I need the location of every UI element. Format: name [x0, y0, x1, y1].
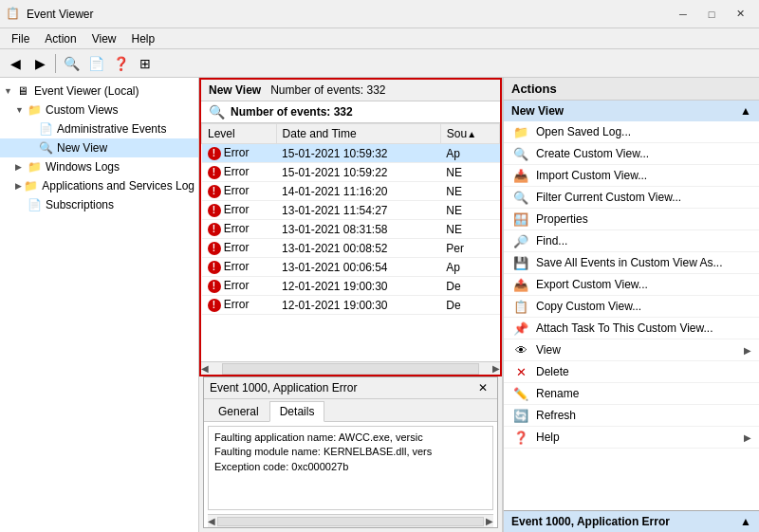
action-find[interactable]: 🔎 Find...	[504, 230, 759, 252]
as-label: Applications and Services Log	[42, 179, 194, 193]
tree-app-services[interactable]: ▶ 📁 Applications and Services Log	[0, 176, 198, 195]
action-export-cv[interactable]: 📤 Export Custom View...	[504, 274, 759, 296]
bottom-scrollbar[interactable]: ◀ ▶	[201, 361, 500, 375]
create-cv-icon: 🔍	[511, 146, 530, 161]
table-row[interactable]: ! Error 15-01-2021 10:59:22 NE	[202, 163, 500, 182]
save-all-label: Save All Events in Custom View As...	[536, 256, 723, 269]
cv-expander: ▼	[15, 105, 27, 115]
col-level[interactable]: Level	[202, 124, 277, 144]
toolbar-search[interactable]: 🔍	[60, 52, 83, 75]
cell-datetime: 15-01-2021 10:59:22	[276, 163, 440, 182]
table-row[interactable]: ! Error 13-01-2021 08:31:58 NE	[202, 220, 500, 239]
table-row[interactable]: ! Error 13-01-2021 00:08:52 Per	[202, 239, 500, 258]
action-copy-cv[interactable]: 📋 Copy Custom View...	[504, 296, 759, 318]
tab-general[interactable]: General	[208, 401, 269, 422]
action-refresh[interactable]: 🔄 Refresh	[504, 405, 759, 427]
menu-action[interactable]: Action	[37, 30, 83, 47]
col-datetime[interactable]: Date and Time	[276, 124, 440, 144]
minimize-button[interactable]: ─	[670, 5, 696, 24]
error-icon: !	[208, 299, 221, 312]
cell-level: ! Error	[202, 277, 277, 296]
nv-icon: 🔍	[38, 140, 53, 156]
actions-section-label: New View	[511, 104, 564, 118]
dialog-tabs: General Details	[204, 399, 497, 422]
action-create-custom-view[interactable]: 🔍 Create Custom View...	[504, 143, 759, 165]
dialog-content[interactable]: Faulting application name: AWCC.exe, ver…	[208, 426, 493, 510]
action-properties[interactable]: 🪟 Properties	[504, 209, 759, 230]
dialog-line-2: Faulting module name: KERNELBASE.dll, ve…	[214, 445, 487, 459]
cell-source: De	[440, 296, 499, 315]
tree-root[interactable]: ▼ 🖥 Event Viewer (Local)	[0, 82, 198, 101]
dlg-scroll-left[interactable]: ◀	[208, 516, 215, 526]
cell-level: ! Error	[202, 182, 277, 201]
dlg-track[interactable]	[217, 517, 484, 526]
action-filter-current[interactable]: 🔍 Filter Current Custom View...	[504, 187, 759, 209]
table-row[interactable]: ! Error 12-01-2021 19:00:30 De	[202, 296, 500, 315]
tab-details[interactable]: Details	[269, 401, 325, 422]
error-icon: !	[208, 261, 221, 274]
refresh-label: Refresh	[536, 409, 576, 422]
toolbar-open[interactable]: 📄	[84, 52, 107, 75]
table-row[interactable]: ! Error 13-01-2021 11:54:27 NE	[202, 201, 500, 220]
action-delete[interactable]: ✕ Delete	[504, 361, 759, 383]
cell-source: NE	[440, 220, 499, 239]
tree-admin-events[interactable]: 📄 Administrative Events	[0, 119, 198, 138]
action-attach-task[interactable]: 📌 Attach Task To This Custom View...	[504, 318, 759, 339]
action-import-custom-view[interactable]: 📥 Import Custom View...	[504, 165, 759, 187]
export-cv-label: Export Custom View...	[536, 278, 648, 291]
scroll-left[interactable]: ◀	[201, 363, 209, 374]
table-row[interactable]: ! Error 13-01-2021 00:06:54 Ap	[202, 258, 500, 277]
save-all-icon: 💾	[511, 255, 530, 270]
dlg-scroll-right[interactable]: ▶	[486, 516, 493, 526]
action-save-all[interactable]: 💾 Save All Events in Custom View As...	[504, 252, 759, 274]
tree-new-view[interactable]: 🔍 New View	[0, 138, 198, 157]
as-icon: 📁	[24, 178, 38, 193]
view-icon: 👁	[511, 342, 530, 358]
menu-view[interactable]: View	[84, 30, 124, 47]
tree-subscriptions[interactable]: 📄 Subscriptions	[0, 195, 198, 214]
maximize-button[interactable]: □	[698, 5, 725, 24]
toolbar-grid[interactable]: ⊞	[134, 52, 157, 75]
dialog-scroll[interactable]: ◀ ▶	[208, 514, 493, 527]
cell-datetime: 12-01-2021 19:00:30	[276, 277, 440, 296]
dialog-close[interactable]: ✕	[474, 380, 491, 395]
error-icon: !	[208, 185, 221, 198]
rename-label: Rename	[536, 387, 579, 400]
action-help[interactable]: ❓ Help ▶	[504, 427, 759, 449]
events-panel: New View Number of events: 332 🔍 Number …	[199, 78, 502, 376]
actions-list: New View ▲ 📁 Open Saved Log... 🔍 Create …	[504, 101, 759, 510]
toolbar-forward[interactable]: ▶	[28, 52, 51, 75]
action-open-saved-log[interactable]: 📁 Open Saved Log...	[504, 121, 759, 143]
cell-level: ! Error	[202, 258, 277, 277]
col-source[interactable]: Sou▲	[440, 124, 499, 144]
menu-help[interactable]: Help	[124, 30, 163, 47]
scroll-right[interactable]: ▶	[492, 363, 500, 374]
find-label: Find...	[536, 234, 567, 248]
content-area: New View Number of events: 332 🔍 Number …	[199, 78, 503, 532]
menu-file[interactable]: File	[4, 30, 37, 47]
table-row[interactable]: ! Error 12-01-2021 19:00:30 De	[202, 277, 500, 296]
tree-windows-logs[interactable]: ▶ 📁 Windows Logs	[0, 157, 198, 176]
help-label: Help	[536, 431, 560, 444]
view-label: View	[536, 343, 561, 357]
error-icon: !	[208, 223, 221, 236]
toolbar-help2[interactable]: ❓	[109, 52, 132, 75]
action-rename[interactable]: ✏️ Rename	[504, 383, 759, 405]
table-row[interactable]: ! Error 15-01-2021 10:59:32 Ap	[202, 144, 500, 163]
cell-datetime: 13-01-2021 00:06:54	[276, 258, 440, 277]
dialog-panel: Event 1000, Application Error ✕ General …	[203, 376, 498, 528]
title-bar: 📋 Event Viewer ─ □ ✕	[0, 0, 759, 28]
cv-label: Custom Views	[46, 103, 118, 117]
close-button[interactable]: ✕	[727, 5, 753, 24]
filter-icon2: 🔍	[511, 190, 530, 205]
tree-panel: ▼ 🖥 Event Viewer (Local) ▼ 📁 Custom View…	[0, 78, 199, 532]
tree-custom-views[interactable]: ▼ 📁 Custom Views	[0, 101, 198, 119]
table-row[interactable]: ! Error 14-01-2021 11:16:20 NE	[202, 182, 500, 201]
toolbar-back[interactable]: ◀	[4, 52, 27, 75]
action-view[interactable]: 👁 View ▶	[504, 339, 759, 361]
menu-bar: File Action View Help	[0, 28, 759, 49]
root-expander: ▼	[4, 86, 15, 96]
horiz-track[interactable]	[222, 363, 479, 375]
events-table-container[interactable]: Level Date and Time Sou▲ ! Error 15-01-2…	[201, 123, 500, 361]
actions-panel: Actions New View ▲ 📁 Open Saved Log... 🔍…	[503, 78, 759, 532]
